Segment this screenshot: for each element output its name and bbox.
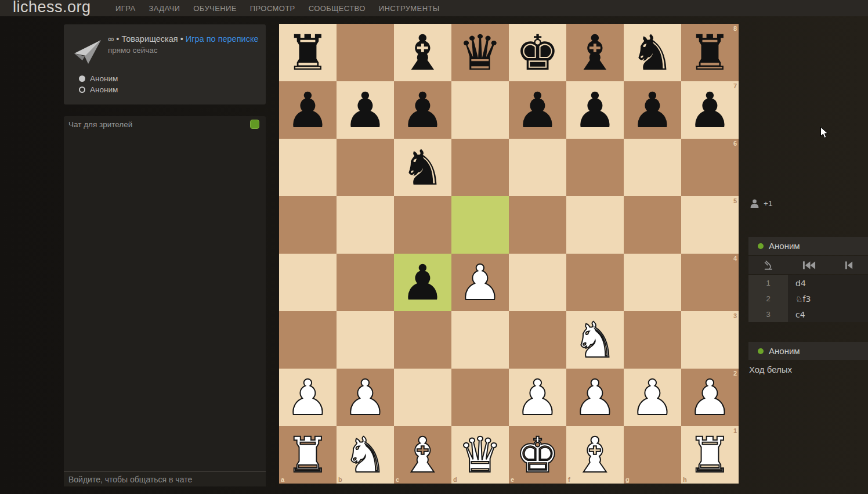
square-e5[interactable] [509, 196, 566, 254]
square-e4[interactable] [509, 254, 566, 311]
square-e8[interactable]: ♚ [509, 24, 566, 81]
correspondence-link[interactable]: Игра по переписке [186, 34, 259, 44]
piece-black-pawn-e7[interactable]: ♟ [509, 81, 566, 139]
first-move-button[interactable] [802, 261, 816, 269]
square-g2[interactable]: ♟ [624, 369, 681, 426]
nav-item-5[interactable]: ИНСТРУМЕНТЫ [379, 4, 440, 13]
piece-black-knight-c6[interactable]: ♞ [394, 139, 451, 196]
square-a3[interactable] [279, 311, 337, 369]
piece-white-pawn-d4[interactable]: ♟ [451, 254, 509, 311]
nav-item-0[interactable]: ИГРА [115, 4, 135, 13]
square-g7[interactable]: ♟ [624, 81, 681, 139]
piece-black-pawn-b7[interactable]: ♟ [337, 81, 394, 139]
square-f1[interactable]: ♝f [566, 426, 624, 484]
square-f7[interactable]: ♟ [566, 81, 624, 139]
square-b3[interactable] [337, 311, 394, 369]
piece-black-pawn-g7[interactable]: ♟ [624, 81, 681, 139]
square-e6[interactable] [509, 139, 566, 196]
square-g1[interactable]: g [624, 426, 681, 484]
square-h6[interactable]: 6 [681, 139, 739, 196]
nav-item-3[interactable]: ПРОСМОТР [250, 4, 295, 13]
square-b4[interactable] [337, 254, 394, 311]
square-d2[interactable] [451, 369, 509, 426]
square-a8[interactable]: ♜ [279, 24, 337, 81]
square-a4[interactable] [279, 254, 337, 311]
piece-white-king-e1[interactable]: ♚ [509, 426, 566, 484]
piece-black-bishop-c8[interactable]: ♝ [394, 24, 451, 81]
square-c6[interactable]: ♞ [394, 139, 451, 196]
chat-input[interactable] [64, 471, 266, 486]
square-a6[interactable] [279, 139, 337, 196]
piece-white-pawn-f2[interactable]: ♟ [566, 369, 624, 426]
square-g3[interactable] [624, 311, 681, 369]
square-h3[interactable]: 3 [681, 311, 739, 369]
square-h7[interactable]: ♟7 [681, 81, 739, 139]
square-d1[interactable]: ♛d [451, 426, 509, 484]
piece-black-pawn-h7[interactable]: ♟ [681, 81, 739, 139]
square-c5[interactable] [394, 196, 451, 254]
square-e1[interactable]: ♚e [509, 426, 566, 484]
square-h2[interactable]: ♟2 [681, 369, 739, 426]
square-f5[interactable] [566, 196, 624, 254]
piece-white-knight-f3[interactable]: ♞ [566, 311, 624, 369]
square-f4[interactable] [566, 254, 624, 311]
square-b2[interactable]: ♟ [337, 369, 394, 426]
square-f8[interactable]: ♝ [566, 24, 624, 81]
square-g5[interactable] [624, 196, 681, 254]
square-e7[interactable]: ♟ [509, 81, 566, 139]
square-d7[interactable] [451, 81, 509, 139]
piece-black-king-e8[interactable]: ♚ [509, 24, 566, 81]
previous-move-button[interactable] [845, 261, 853, 269]
chess-board[interactable]: ♜♝♛♚♝♞♜8♟♟♟♟♟♟♟7♞65♟♟4♞3♟♟♟♟♟♟2♜a♞b♝c♛d♚… [279, 24, 739, 484]
square-e3[interactable] [509, 311, 566, 369]
piece-black-pawn-c4[interactable]: ♟ [394, 254, 451, 311]
square-f2[interactable]: ♟ [566, 369, 624, 426]
square-h5[interactable]: 5 [681, 196, 739, 254]
nav-item-4[interactable]: СООБЩЕСТВО [309, 4, 366, 13]
square-c2[interactable] [394, 369, 451, 426]
player-name-white[interactable]: Аноним [769, 346, 800, 356]
square-c3[interactable] [394, 311, 451, 369]
analysis-board-button[interactable] [763, 260, 773, 271]
square-b1[interactable]: ♞b [337, 426, 394, 484]
square-a7[interactable]: ♟ [279, 81, 337, 139]
piece-white-rook-h1[interactable]: ♜ [681, 426, 739, 484]
piece-white-pawn-a2[interactable]: ♟ [279, 369, 337, 426]
piece-white-bishop-c1[interactable]: ♝ [394, 426, 451, 484]
square-d5[interactable] [451, 196, 509, 254]
piece-black-bishop-f8[interactable]: ♝ [566, 24, 624, 81]
move-san[interactable]: ♘f3 [788, 291, 868, 307]
move-san[interactable]: d4 [788, 275, 868, 291]
piece-white-pawn-h2[interactable]: ♟ [681, 369, 739, 426]
square-g4[interactable] [624, 254, 681, 311]
piece-white-rook-a1[interactable]: ♜ [279, 426, 337, 484]
piece-white-pawn-b2[interactable]: ♟ [337, 369, 394, 426]
square-d3[interactable] [451, 311, 509, 369]
piece-black-pawn-a7[interactable]: ♟ [279, 81, 337, 139]
piece-black-queen-d8[interactable]: ♛ [451, 24, 509, 81]
square-h4[interactable]: 4 [681, 254, 739, 311]
square-d6[interactable] [451, 139, 509, 196]
square-a5[interactable] [279, 196, 337, 254]
piece-black-rook-a8[interactable]: ♜ [279, 24, 337, 81]
square-c1[interactable]: ♝c [394, 426, 451, 484]
square-b5[interactable] [337, 196, 394, 254]
piece-white-knight-b1[interactable]: ♞ [337, 426, 394, 484]
piece-black-rook-h8[interactable]: ♜ [681, 24, 739, 81]
piece-black-knight-g8[interactable]: ♞ [624, 24, 681, 81]
player-name-black[interactable]: Аноним [769, 241, 800, 251]
chat-toggle[interactable] [250, 120, 259, 129]
piece-white-bishop-f1[interactable]: ♝ [566, 426, 624, 484]
square-a2[interactable]: ♟ [279, 369, 337, 426]
move-san[interactable]: c4 [788, 307, 868, 322]
square-f3[interactable]: ♞ [566, 311, 624, 369]
lichess-logo[interactable]: lichess.org [13, 0, 91, 16]
square-h8[interactable]: ♜8 [681, 24, 739, 81]
square-c8[interactable]: ♝ [394, 24, 451, 81]
piece-white-pawn-g2[interactable]: ♟ [624, 369, 681, 426]
piece-white-queen-d1[interactable]: ♛ [451, 426, 509, 484]
square-b7[interactable]: ♟ [337, 81, 394, 139]
square-b8[interactable] [337, 24, 394, 81]
square-g8[interactable]: ♞ [624, 24, 681, 81]
square-b6[interactable] [337, 139, 394, 196]
